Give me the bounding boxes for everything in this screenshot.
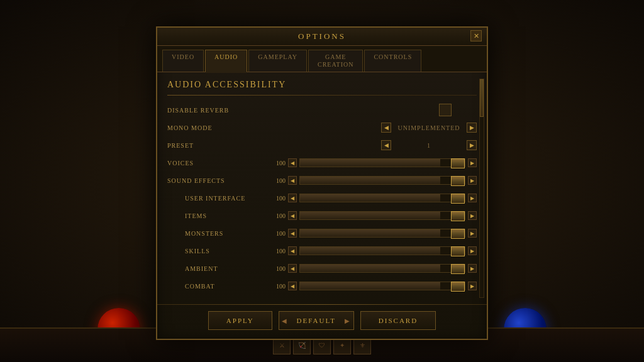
monsters-track[interactable]: [299, 229, 465, 238]
skills-fill: [300, 247, 440, 255]
apply-button[interactable]: Apply: [208, 311, 272, 330]
modal-footer: Apply ◀ Default ▶ Discard: [157, 305, 487, 339]
preset-dropdown: ◀ 1 ▶: [268, 140, 477, 150]
modal-title: Options: [298, 31, 346, 41]
ui-value: 100: [268, 195, 286, 202]
items-slider-row: 100 ◀ ▶: [268, 211, 477, 220]
skills-track[interactable]: [299, 246, 465, 255]
ambient-thumb[interactable]: [451, 264, 465, 274]
voices-slider-row: 100 ◀ ▶: [268, 158, 477, 167]
items-dec[interactable]: ◀: [288, 211, 297, 220]
scrollbar-thumb[interactable]: [480, 79, 484, 117]
items-thumb[interactable]: [451, 211, 465, 221]
voices-value: 100: [268, 160, 286, 167]
tab-gameplay[interactable]: Gameplay: [248, 50, 307, 72]
combat-slider-row: 100 ◀ ▶: [268, 282, 477, 290]
combat-fill: [300, 282, 440, 290]
sound-effects-thumb[interactable]: [451, 176, 465, 186]
ui-thumb[interactable]: [451, 194, 465, 204]
preset-value: 1: [391, 142, 467, 149]
items-inc[interactable]: ▶: [468, 211, 477, 220]
monsters-thumb[interactable]: [451, 229, 465, 239]
setting-preset: Preset ◀ 1 ▶: [167, 138, 477, 152]
label-items: Items: [167, 212, 268, 219]
label-mono-mode: Mono Mode: [167, 124, 268, 131]
section-title: Audio Accessibility: [167, 80, 477, 90]
mono-mode-prev[interactable]: ◀: [381, 123, 391, 133]
monsters-fill: [300, 229, 440, 237]
label-user-interface: User Interface: [167, 195, 268, 202]
default-arrow-right: ▶: [345, 317, 351, 324]
voices-thumb[interactable]: [451, 158, 465, 168]
sound-effects-inc[interactable]: ▶: [468, 176, 477, 185]
sound-effects-dec[interactable]: ◀: [288, 176, 297, 185]
preset-prev[interactable]: ◀: [381, 140, 391, 150]
monsters-dec[interactable]: ◀: [288, 229, 297, 238]
ambient-dec[interactable]: ◀: [288, 264, 297, 273]
combat-track[interactable]: [299, 282, 465, 290]
preset-next[interactable]: ▶: [467, 140, 477, 150]
title-bar: Options ✕: [157, 28, 487, 46]
skills-thumb[interactable]: [451, 246, 465, 256]
label-preset: Preset: [167, 142, 268, 149]
label-disable-reverb: Disable Reverb: [167, 107, 268, 114]
mono-mode-next[interactable]: ▶: [467, 123, 477, 133]
combat-inc[interactable]: ▶: [468, 282, 477, 290]
section-divider: [167, 95, 477, 96]
ui-inc[interactable]: ▶: [468, 194, 477, 202]
monsters-slider-row: 100 ◀ ▶: [268, 229, 477, 238]
sound-effects-value: 100: [268, 177, 286, 184]
ambient-slider-row: 100 ◀ ▶: [268, 264, 477, 273]
default-arrow-left: ◀: [282, 317, 288, 324]
sound-effects-slider-row: 100 ◀ ▶: [268, 176, 477, 185]
label-voices: Voices: [167, 160, 268, 167]
combat-dec[interactable]: ◀: [288, 282, 297, 290]
tab-controls[interactable]: Controls: [364, 50, 421, 72]
skills-inc[interactable]: ▶: [468, 246, 477, 255]
monsters-inc[interactable]: ▶: [468, 229, 477, 238]
skills-value: 100: [268, 248, 286, 255]
voices-track[interactable]: [299, 158, 465, 167]
label-monsters: Monsters: [167, 230, 268, 237]
ambient-track[interactable]: [299, 264, 465, 273]
toggle-disable-reverb[interactable]: [439, 104, 452, 116]
setting-user-interface: User Interface 100 ◀ ▶: [167, 191, 477, 205]
scrollbar[interactable]: [479, 79, 484, 298]
tab-video[interactable]: Video: [162, 50, 204, 72]
ambient-fill: [300, 265, 440, 272]
sound-effects-track[interactable]: [299, 176, 465, 185]
label-ambient: Ambient: [167, 265, 268, 272]
combat-value: 100: [268, 283, 286, 290]
label-sound-effects: Sound Effects: [167, 177, 268, 184]
discard-button[interactable]: Discard: [360, 311, 436, 330]
ambient-inc[interactable]: ▶: [468, 264, 477, 273]
monsters-value: 100: [268, 230, 286, 237]
items-track[interactable]: [299, 211, 465, 220]
tab-game-creation[interactable]: Game Creation: [308, 50, 363, 72]
label-combat: Combat: [167, 283, 268, 290]
close-button[interactable]: ✕: [470, 30, 482, 41]
voices-dec[interactable]: ◀: [288, 158, 297, 167]
tab-audio[interactable]: Audio: [205, 50, 247, 72]
skills-slider-row: 100 ◀ ▶: [268, 246, 477, 255]
setting-items: Items 100 ◀ ▶: [167, 209, 477, 222]
content-area: Audio Accessibility Disable Reverb Mono …: [157, 72, 487, 304]
skills-dec[interactable]: ◀: [288, 246, 297, 255]
default-button[interactable]: ◀ Default ▶: [279, 311, 354, 330]
mono-mode-value: Unimplemented: [391, 124, 467, 131]
combat-thumb[interactable]: [451, 282, 465, 292]
mono-mode-dropdown: ◀ Unimplemented ▶: [268, 123, 477, 133]
ui-slider-row: 100 ◀ ▶: [268, 194, 477, 202]
setting-voices: Voices 100 ◀ ▶: [167, 156, 477, 170]
setting-disable-reverb: Disable Reverb: [167, 103, 477, 117]
setting-skills: Skills 100 ◀ ▶: [167, 244, 477, 258]
ui-dec[interactable]: ◀: [288, 194, 297, 202]
ui-track[interactable]: [299, 194, 465, 202]
items-value: 100: [268, 212, 286, 219]
items-fill: [300, 212, 440, 219]
setting-combat: Combat 100 ◀ ▶: [167, 279, 477, 293]
setting-sound-effects: Sound Effects 100 ◀ ▶: [167, 173, 477, 187]
ambient-value: 100: [268, 265, 286, 272]
voices-inc[interactable]: ▶: [468, 158, 477, 167]
voices-fill: [300, 159, 440, 167]
